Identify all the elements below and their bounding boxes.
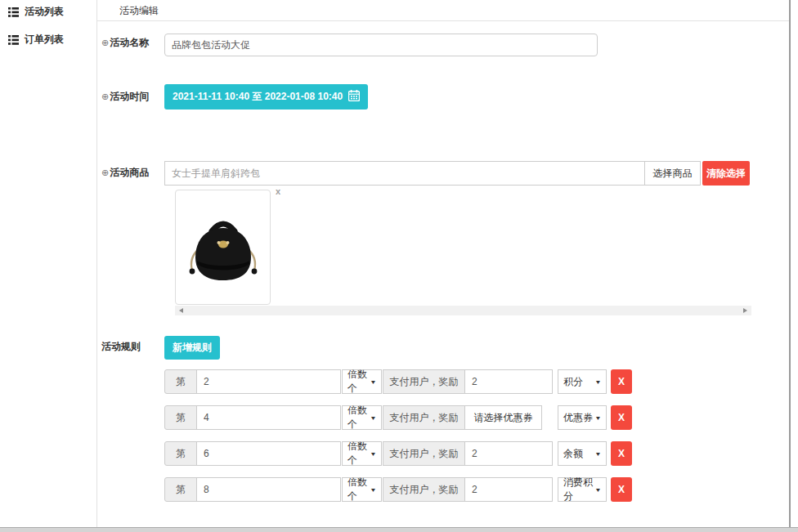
rule-count-input[interactable] (196, 369, 341, 394)
activity-product-input[interactable] (164, 161, 645, 186)
calendar-icon (348, 90, 360, 104)
add-rule-button[interactable]: 新增规则 (164, 336, 220, 360)
rule-unit-select[interactable]: 倍数个 ▼ (342, 477, 382, 502)
handbag-image (186, 207, 261, 288)
rule-middle-addon: 支付用户，奖励 (383, 405, 465, 430)
select-value: 倍数个 (347, 440, 370, 467)
delete-rule-button[interactable]: X (611, 441, 632, 466)
scroll-left-icon[interactable] (179, 308, 183, 313)
caret-down-icon: ▼ (370, 487, 376, 493)
page-bottom-scrollbar[interactable] (0, 527, 798, 532)
field-prefix-icon: ⊕ (101, 38, 109, 47)
select-value: 余额 (563, 447, 583, 461)
caret-down-icon: ▼ (594, 451, 601, 457)
rule-count-input[interactable] (196, 405, 341, 430)
main-panel: 活动编辑 ⊕活动名称 ⊕活动时间 2021-11-11 10:40 至 2022… (96, 0, 791, 527)
rule-row: 第 倍数个 ▼ 支付用户，奖励 积分 ▼ X (164, 369, 639, 394)
choose-coupon-button[interactable]: 请选择优惠券 (464, 405, 542, 430)
activity-time-label: ⊕活动时间 (101, 90, 149, 104)
caret-down-icon: ▼ (594, 487, 601, 493)
clear-selection-button[interactable]: 清除选择 (702, 161, 750, 186)
list-icon (8, 35, 19, 45)
activity-rules-label: 活动规则 (101, 340, 141, 354)
rule-count-input[interactable] (196, 477, 341, 502)
caret-down-icon: ▼ (594, 379, 601, 385)
field-prefix-icon: ⊕ (101, 168, 109, 177)
select-value: 优惠券 (563, 411, 593, 425)
rule-row: 第 倍数个 ▼ 支付用户，奖励 消费积分 ▼ X (164, 477, 639, 502)
activity-name-label: ⊕活动名称 (101, 36, 149, 50)
sidebar-item-activity-list[interactable]: 活动列表 (8, 5, 64, 19)
rule-reward-type-select[interactable]: 优惠券 ▼ (558, 405, 607, 430)
rule-row: 第 倍数个 ▼ 支付用户，奖励 请选择优惠券 优惠券 ▼ X (164, 405, 639, 430)
caret-down-icon: ▼ (370, 415, 376, 421)
delete-rule-button[interactable]: X (611, 369, 632, 394)
choose-product-button[interactable]: 选择商品 (644, 161, 701, 186)
delete-rule-button[interactable]: X (611, 477, 632, 502)
rule-ordinal-addon: 第 (164, 441, 197, 466)
activity-product-label: ⊕活动商品 (101, 166, 149, 180)
rule-ordinal-addon: 第 (164, 477, 197, 502)
select-value: 消费积分 (563, 476, 595, 503)
activity-time-range-button[interactable]: 2021-11-11 10:40 至 2022-01-08 10:40 (164, 84, 368, 110)
time-range-text: 2021-11-11 10:40 至 2022-01-08 10:40 (173, 90, 343, 104)
rule-ordinal-addon: 第 (164, 369, 197, 394)
remove-thumbnail-icon[interactable]: x (276, 187, 280, 196)
rule-reward-type-select[interactable]: 积分 ▼ (558, 369, 607, 394)
product-thumbnail (175, 190, 271, 305)
delete-rule-button[interactable]: X (611, 405, 632, 430)
tab-bar: 活动编辑 (97, 0, 789, 21)
thumbnail-scrollbar[interactable] (175, 306, 751, 315)
rule-middle-addon: 支付用户，奖励 (383, 369, 465, 394)
rule-unit-select[interactable]: 倍数个 ▼ (342, 441, 382, 466)
rule-reward-input[interactable] (464, 369, 553, 394)
caret-down-icon: ▼ (370, 379, 376, 385)
caret-down-icon: ▼ (594, 415, 601, 421)
select-value: 倍数个 (347, 476, 370, 503)
rule-ordinal-addon: 第 (164, 405, 197, 430)
rule-reward-type-select[interactable]: 消费积分 ▼ (558, 477, 607, 502)
caret-down-icon: ▼ (370, 451, 376, 457)
select-value: 积分 (563, 375, 583, 389)
sidebar-item-label: 活动列表 (25, 5, 64, 19)
list-icon (8, 7, 19, 17)
rule-unit-select[interactable]: 倍数个 ▼ (342, 405, 382, 430)
scroll-right-icon[interactable] (743, 308, 747, 313)
select-value: 倍数个 (347, 404, 370, 431)
tab-activity-edit[interactable]: 活动编辑 (119, 4, 159, 18)
rule-middle-addon: 支付用户，奖励 (383, 477, 465, 502)
rule-reward-type-select[interactable]: 余额 ▼ (558, 441, 607, 466)
rule-reward-input[interactable] (464, 441, 553, 466)
rule-middle-addon: 支付用户，奖励 (383, 441, 465, 466)
rule-unit-select[interactable]: 倍数个 ▼ (342, 369, 382, 394)
activity-name-input[interactable] (164, 34, 598, 56)
rule-count-input[interactable] (196, 441, 341, 466)
page: 活动列表 订单列表 活动编辑 ⊕活动名称 ⊕活动时间 2021-11-11 10… (0, 0, 798, 532)
field-prefix-icon: ⊕ (101, 92, 109, 101)
rule-reward-input[interactable] (464, 477, 553, 502)
sidebar-item-label: 订单列表 (25, 33, 64, 47)
rule-row: 第 倍数个 ▼ 支付用户，奖励 余额 ▼ X (164, 441, 639, 466)
sidebar: 活动列表 订单列表 (0, 0, 96, 527)
select-value: 倍数个 (347, 368, 370, 396)
sidebar-item-order-list[interactable]: 订单列表 (8, 33, 64, 47)
